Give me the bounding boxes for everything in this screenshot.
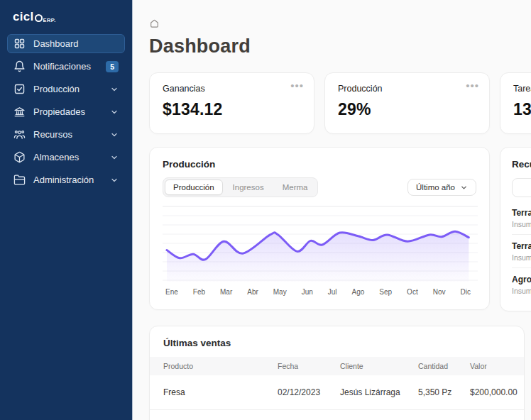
x-axis-label: Dic bbox=[460, 288, 470, 296]
resource-name: Agroq bbox=[512, 275, 531, 284]
stat-card-tareas: Tareas 13 bbox=[500, 72, 531, 134]
stat-label: Tareas bbox=[513, 84, 531, 94]
cell-cliente: Jesús Lizárraga bbox=[340, 387, 418, 397]
sidebar-item-recursos[interactable]: Recursos bbox=[7, 125, 125, 144]
table-row[interactable]: Fresa 02/12/2023 Jesús Lizárraga 5,350 P… bbox=[150, 375, 524, 410]
list-item[interactable]: Agroq Insumo bbox=[512, 268, 531, 301]
sidebar-item-dashboard[interactable]: Dashboard bbox=[7, 34, 125, 53]
chart-svg bbox=[163, 204, 478, 284]
x-axis-label: Mar bbox=[220, 288, 232, 296]
chevron-down-icon bbox=[110, 176, 119, 184]
main-content: Dashboard Ganancias $134.12 ••• Producci… bbox=[133, 0, 531, 420]
stat-label: Ganancias bbox=[163, 84, 302, 94]
sidebar-item-notificaciones[interactable]: Notificaciones 5 bbox=[7, 57, 125, 76]
chart-tab-group: Producción Ingresos Merma bbox=[163, 177, 318, 197]
x-axis-label: Jun bbox=[302, 288, 313, 296]
chart-panel-title: Producción bbox=[163, 159, 476, 170]
resource-sub: Insumo bbox=[512, 220, 531, 228]
chevron-down-icon bbox=[110, 153, 119, 162]
sidebar-item-label: Notificaciones bbox=[33, 61, 98, 72]
tab-produccion[interactable]: Producción bbox=[165, 179, 223, 195]
bank-icon bbox=[13, 106, 26, 118]
list-item[interactable]: Terras Insumo bbox=[512, 201, 531, 235]
page-title: Dashboard bbox=[149, 35, 531, 57]
x-axis-label: Abr bbox=[247, 288, 258, 296]
x-axis-label: Feb bbox=[193, 288, 205, 296]
bell-icon bbox=[13, 60, 26, 72]
chevron-down-icon bbox=[110, 131, 119, 139]
table-row[interactable]: Manzana Golden 02/12/2023 Joaquín Gonzál… bbox=[150, 410, 524, 420]
table-header-row: Producto Fecha Cliente Cantidad Valor bbox=[150, 357, 524, 375]
tab-ingresos[interactable]: Ingresos bbox=[224, 179, 273, 195]
sidebar-item-label: Propiedades bbox=[33, 106, 102, 117]
brand-logo-suffix: ERP. bbox=[43, 17, 56, 23]
brand-logo-o-icon bbox=[35, 14, 43, 22]
x-axis-label: Oct bbox=[407, 288, 418, 296]
range-selector[interactable]: Último año bbox=[407, 179, 476, 196]
brand-logo-text: cicl bbox=[13, 10, 34, 24]
column-header: Cliente bbox=[340, 362, 418, 370]
x-axis-label: Sep bbox=[379, 288, 392, 296]
production-chart-card: Producción Producción Ingresos Merma Últ… bbox=[149, 147, 490, 310]
brand-logo: cicl ERP. bbox=[7, 9, 125, 34]
stat-value: 13 bbox=[513, 100, 531, 119]
x-axis-label: Ene bbox=[165, 288, 178, 296]
resources-search-input[interactable] bbox=[512, 178, 531, 197]
ellipsis-icon[interactable]: ••• bbox=[466, 82, 479, 89]
chart-controls: Producción Ingresos Merma Último año bbox=[163, 177, 476, 197]
sidebar-item-label: Recursos bbox=[33, 129, 102, 140]
sales-table-title: Últimas ventas bbox=[150, 326, 524, 357]
cell-valor: $200,000.00 bbox=[470, 387, 525, 397]
x-axis-label: Nov bbox=[433, 288, 446, 296]
sidebar-item-produccion[interactable]: Producción bbox=[7, 79, 125, 99]
ellipsis-icon[interactable]: ••• bbox=[290, 82, 304, 89]
sidebar-item-propiedades[interactable]: Propiedades bbox=[7, 102, 125, 121]
resource-name: Terras bbox=[512, 241, 531, 251]
tab-merma[interactable]: Merma bbox=[274, 179, 317, 195]
chart-x-axis-labels: EneFebMarAbrMayJunJulAgoSepOctNovDic bbox=[163, 287, 476, 296]
home-icon[interactable] bbox=[149, 18, 160, 29]
x-axis-label: Ago bbox=[352, 288, 365, 296]
range-selector-value: Último año bbox=[416, 183, 455, 192]
sidebar: cicl ERP. Dashboard Notificaciones 5 Pro… bbox=[0, 0, 133, 420]
stat-value: 29% bbox=[338, 100, 478, 119]
resources-list: Terras Insumo Terras Insumo Agroq Insumo bbox=[512, 201, 531, 301]
column-header: Fecha bbox=[278, 362, 340, 370]
users-icon bbox=[13, 128, 26, 140]
sidebar-item-administracion[interactable]: Administración bbox=[7, 170, 125, 189]
cell-cantidad: 5,350 Pz bbox=[418, 387, 470, 397]
production-area-chart: EneFebMarAbrMayJunJulAgoSepOctNovDic bbox=[163, 204, 476, 296]
cell-producto: Fresa bbox=[163, 387, 278, 397]
package-icon bbox=[13, 151, 26, 163]
sidebar-item-label: Dashboard bbox=[33, 38, 119, 49]
x-axis-label: Jul bbox=[328, 288, 337, 296]
sidebar-nav: Dashboard Notificaciones 5 Producción Pr… bbox=[7, 34, 125, 189]
sidebar-item-almacenes[interactable]: Almacenes bbox=[7, 148, 125, 167]
stat-cards-row: Ganancias $134.12 ••• Producción 29% •••… bbox=[149, 72, 531, 134]
resource-sub: Insumo bbox=[512, 253, 531, 262]
sidebar-item-label: Producción bbox=[33, 84, 102, 94]
sales-table-card: Últimas ventas Producto Fecha Cliente Ca… bbox=[149, 326, 525, 420]
resource-sub: Insumo bbox=[512, 287, 531, 295]
stat-card-ganancias: Ganancias $134.12 ••• bbox=[149, 72, 314, 134]
column-header: Cantidad bbox=[418, 362, 470, 370]
list-item[interactable]: Terras Insumo bbox=[512, 235, 531, 268]
notifications-badge: 5 bbox=[106, 61, 119, 72]
middle-row: Producción Producción Ingresos Merma Últ… bbox=[149, 147, 531, 311]
column-header: Producto bbox=[163, 362, 278, 370]
stat-card-produccion: Producción 29% ••• bbox=[324, 72, 490, 134]
chevron-down-icon bbox=[110, 108, 119, 116]
folder-icon bbox=[13, 174, 26, 186]
resources-title: Recursos bbox=[512, 159, 531, 170]
grid-icon bbox=[13, 38, 26, 50]
sidebar-item-label: Almacenes bbox=[33, 152, 102, 162]
x-axis-label: May bbox=[273, 288, 287, 296]
stat-value: $134.12 bbox=[163, 100, 302, 119]
resources-card: Recursos Terras Insumo Terras Insumo Agr… bbox=[500, 147, 531, 311]
chevron-down-icon bbox=[110, 85, 119, 94]
cell-fecha: 02/12/2023 bbox=[278, 387, 340, 397]
column-header: Valor bbox=[470, 362, 525, 370]
sidebar-item-label: Administración bbox=[33, 175, 102, 185]
chevron-down-icon bbox=[460, 184, 468, 192]
stat-label: Producción bbox=[338, 84, 478, 94]
